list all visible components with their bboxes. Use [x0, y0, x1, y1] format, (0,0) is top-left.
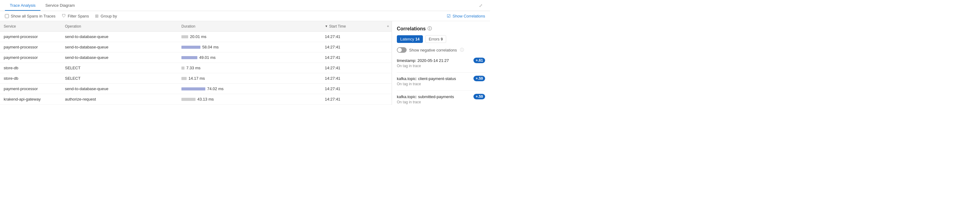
corr-item-label: kafka.topic: client-payment-status	[397, 76, 456, 81]
td-start-time: 14:27:41	[321, 73, 382, 83]
corr-tab-badge: 14	[415, 37, 420, 42]
td-duration: 74.02 ms	[178, 84, 321, 94]
td-service: krakend-api-gateway	[0, 94, 61, 104]
correlations-panel: Correlations ⓘ Latency 14Errors 9 Show n…	[392, 21, 490, 105]
filter-spans-label: Filter Spans	[68, 14, 89, 18]
main-layout: Service Operation Duration ▼ Start Time …	[0, 21, 490, 105]
corr-item[interactable]: timestamp: 2020-05-14 21:27 +.61 On tag …	[397, 57, 485, 68]
td-start-time: 14:27:41	[321, 84, 382, 94]
td-action	[382, 86, 391, 92]
corr-item-sub: On tag in trace	[397, 82, 485, 86]
td-duration: 43.13 ms	[178, 94, 321, 104]
duration-value: 49.01 ms	[199, 55, 215, 60]
duration-value: 74.02 ms	[207, 86, 223, 91]
td-operation: SELECT	[61, 63, 178, 73]
corr-tab-errors[interactable]: Errors 9	[425, 35, 446, 43]
th-duration: Duration	[178, 21, 321, 31]
show-correlations-label: Show Correlations	[453, 14, 485, 18]
correlations-title: Correlations ⓘ	[397, 26, 485, 32]
td-duration: 7.33 ms	[178, 63, 321, 73]
corr-item-label: timestamp: 2020-05-14 21:27	[397, 58, 449, 63]
th-operation: Operation	[61, 21, 178, 31]
show-correlations-button[interactable]: ☑ Show Correlations	[447, 13, 485, 18]
td-service: payment-processor	[0, 84, 61, 94]
duration-value: 20.01 ms	[190, 34, 206, 39]
td-service: payment-processor	[0, 32, 61, 42]
th-add[interactable]: ＋	[382, 21, 391, 31]
table-row[interactable]: payment-processorsend-to-database-queue4…	[0, 53, 391, 63]
table-body: payment-processorsend-to-database-queue2…	[0, 32, 391, 105]
td-action	[382, 55, 391, 61]
corr-items: timestamp: 2020-05-14 21:27 +.61 On tag …	[397, 57, 485, 104]
filter-icon: ⛉	[62, 13, 66, 18]
corr-tabs: Latency 14Errors 9	[397, 35, 485, 43]
corr-item-sub: On tag in trace	[397, 100, 485, 104]
toolbar: Show all Spans in Traces ⛉ Filter Spans …	[0, 11, 490, 21]
negative-corr-info-icon: ⓘ	[460, 47, 464, 53]
correlations-info-icon: ⓘ	[428, 26, 432, 32]
tab-service-diagram[interactable]: Service Diagram	[40, 1, 80, 11]
tab-trace-analysis[interactable]: Trace Analysis	[5, 1, 40, 11]
table-container: Service Operation Duration ▼ Start Time …	[0, 21, 392, 105]
show-all-spans-label: Show all Spans in Traces	[11, 14, 56, 18]
table-row[interactable]: payment-processorsend-to-database-queue2…	[0, 32, 391, 42]
corr-item-label: kafka.topic: submitted-payments	[397, 94, 454, 99]
table-row[interactable]: payment-processorsend-to-database-queue5…	[0, 42, 391, 53]
corr-item-header: kafka.topic: client-payment-status +.59	[397, 76, 485, 81]
corr-item-badge: +.59	[474, 76, 485, 81]
td-service: store-db	[0, 63, 61, 73]
tabs-bar: Trace Analysis Service Diagram ⤢	[0, 0, 490, 11]
corr-item-badge: +.59	[474, 94, 485, 99]
correlations-icon: ☑	[447, 13, 451, 18]
td-duration: 58.04 ms	[178, 42, 321, 52]
table-row[interactable]: payment-processorsend-to-database-queue7…	[0, 84, 391, 94]
negative-correlations-row: Show negative correlations ⓘ	[397, 47, 485, 53]
duration-value: 14.17 ms	[188, 76, 205, 81]
td-start-time: 14:27:41	[321, 63, 382, 73]
filter-spans-item[interactable]: ⛉ Filter Spans	[62, 13, 89, 18]
td-start-time: 14:27:41	[321, 94, 382, 104]
corr-item-header: timestamp: 2020-05-14 21:27 +.61	[397, 57, 485, 63]
td-action	[382, 97, 391, 102]
corr-item-sub: On tag in trace	[397, 64, 485, 68]
td-service: store-db	[0, 73, 61, 83]
corr-item[interactable]: kafka.topic: client-payment-status +.59 …	[397, 76, 485, 86]
td-service: payment-processor	[0, 53, 61, 62]
corr-tab-label: Errors	[429, 37, 439, 42]
th-start-time-label: Start Time	[329, 24, 346, 29]
td-duration: 20.01 ms	[178, 32, 321, 42]
expand-icon[interactable]: ⤢	[477, 2, 485, 9]
th-start-time[interactable]: ▼ Start Time	[321, 21, 382, 31]
corr-tab-latency[interactable]: Latency 14	[397, 35, 423, 43]
tabs-left: Trace Analysis Service Diagram	[5, 1, 80, 10]
table-row[interactable]: store-dbSELECT7.33 ms14:27:41	[0, 63, 391, 73]
td-action	[382, 34, 391, 40]
correlations-heading: Correlations	[397, 26, 426, 32]
duration-value: 7.33 ms	[186, 65, 200, 70]
td-operation: send-to-database-queue	[61, 84, 178, 94]
td-operation: send-to-database-queue	[61, 32, 178, 42]
table-row[interactable]: krakend-api-gatewayauthorize-request43.1…	[0, 94, 391, 105]
td-action	[382, 65, 391, 71]
td-start-time: 14:27:41	[321, 32, 382, 42]
td-operation: SELECT	[61, 73, 178, 83]
negative-corr-toggle[interactable]	[397, 47, 407, 53]
td-operation: authorize-request	[61, 94, 178, 104]
corr-tab-badge: 9	[441, 37, 443, 42]
th-service: Service	[0, 21, 61, 31]
corr-item[interactable]: kafka.topic: submitted-payments +.59 On …	[397, 94, 485, 104]
td-operation: send-to-database-queue	[61, 42, 178, 52]
duration-value: 58.04 ms	[202, 45, 218, 50]
corr-tab-label: Latency	[400, 37, 414, 42]
show-all-spans-item[interactable]: Show all Spans in Traces	[5, 14, 56, 18]
td-start-time: 14:27:41	[321, 53, 382, 62]
group-by-item[interactable]: ⊞ Group by	[95, 13, 117, 18]
show-all-spans-checkbox[interactable]	[5, 14, 9, 18]
group-by-label: Group by	[100, 14, 117, 18]
td-duration: 49.01 ms	[178, 53, 321, 62]
toolbar-left: Show all Spans in Traces ⛉ Filter Spans …	[5, 13, 439, 18]
table-row[interactable]: store-dbSELECT14.17 ms14:27:41	[0, 73, 391, 84]
corr-item-header: kafka.topic: submitted-payments +.59	[397, 94, 485, 99]
td-operation: send-to-database-queue	[61, 53, 178, 62]
layers-icon: ⊞	[95, 13, 99, 18]
